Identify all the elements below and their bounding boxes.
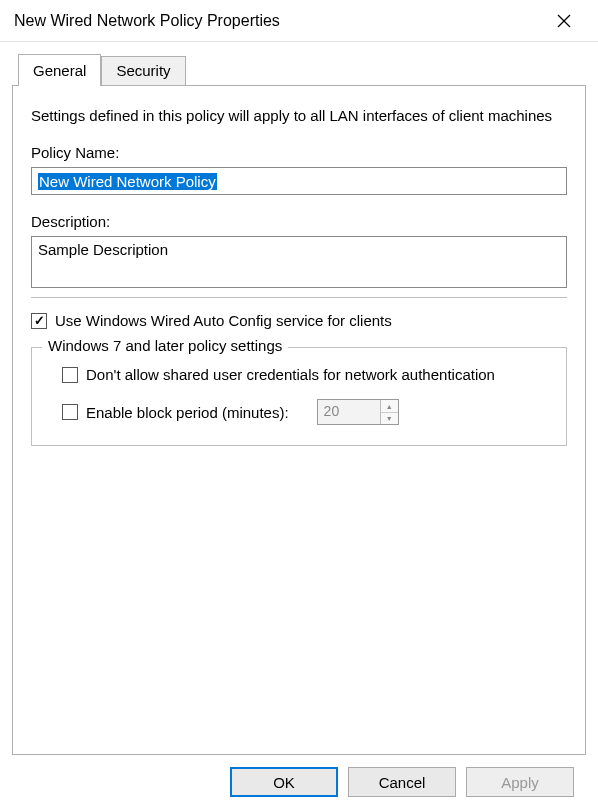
client-area: General Security Settings defined in thi… <box>0 42 598 797</box>
policy-name-value: New Wired Network Policy <box>38 173 217 190</box>
intro-text: Settings defined in this policy will app… <box>31 106 567 126</box>
tab-general[interactable]: General <box>18 54 101 86</box>
tab-security[interactable]: Security <box>101 56 185 86</box>
divider <box>31 297 567 298</box>
apply-button[interactable]: Apply <box>466 767 574 797</box>
tab-panel-general: Settings defined in this policy will app… <box>12 85 586 755</box>
spinner-buttons: ▲ ▼ <box>380 400 398 424</box>
enable-block-period-checkbox[interactable] <box>62 404 78 420</box>
spinner-down-icon[interactable]: ▼ <box>381 413 398 425</box>
description-label: Description: <box>31 213 567 230</box>
titlebar: New Wired Network Policy Properties <box>0 0 598 42</box>
block-period-spinner[interactable]: 20 ▲ ▼ <box>317 399 399 425</box>
enable-block-period-label: Enable block period (minutes): <box>86 404 289 421</box>
ok-button[interactable]: OK <box>230 767 338 797</box>
policy-name-label: Policy Name: <box>31 144 567 161</box>
cancel-button[interactable]: Cancel <box>348 767 456 797</box>
dont-allow-shared-row: Don't allow shared user credentials for … <box>62 366 550 383</box>
enable-block-period-row: Enable block period (minutes): 20 ▲ ▼ <box>62 399 550 425</box>
use-autoconfig-label: Use Windows Wired Auto Config service fo… <box>55 312 392 329</box>
use-autoconfig-checkbox[interactable] <box>31 313 47 329</box>
window-title: New Wired Network Policy Properties <box>14 12 280 30</box>
policy-name-input[interactable]: New Wired Network Policy <box>31 167 567 195</box>
description-input[interactable]: Sample Description <box>31 236 567 288</box>
close-button[interactable] <box>542 6 586 36</box>
spinner-up-icon[interactable]: ▲ <box>381 400 398 413</box>
win7-group-title: Windows 7 and later policy settings <box>42 337 288 354</box>
win7-group: Windows 7 and later policy settings Don'… <box>31 347 567 446</box>
tab-strip: General Security <box>18 54 586 86</box>
use-autoconfig-row: Use Windows Wired Auto Config service fo… <box>31 312 567 329</box>
block-period-value: 20 <box>318 400 380 424</box>
dialog-buttons: OK Cancel Apply <box>12 755 586 797</box>
dont-allow-shared-label: Don't allow shared user credentials for … <box>86 366 495 383</box>
close-icon <box>557 14 571 28</box>
dont-allow-shared-checkbox[interactable] <box>62 367 78 383</box>
